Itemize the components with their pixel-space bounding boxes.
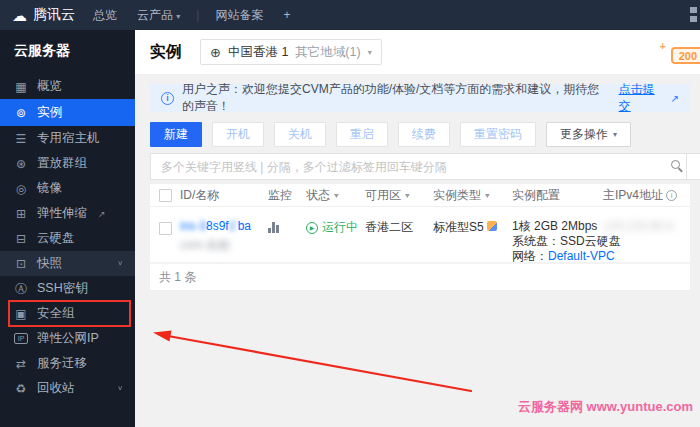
sidebar-item-cloud-disks[interactable]: ⊟ 云硬盘	[0, 226, 135, 251]
instance-type-cell: 标准型S5	[433, 207, 512, 262]
monitor-cell	[268, 207, 306, 262]
brand-name: 腾讯云	[33, 6, 75, 24]
running-status-icon: ▶	[306, 222, 318, 234]
filter-icon[interactable]: ▼	[403, 192, 411, 199]
chevron-down-icon: ▾	[613, 130, 617, 139]
promo-spark-icon	[487, 221, 497, 231]
auto-scaling-icon: ⊞	[14, 208, 28, 220]
images-icon: ◎	[14, 183, 28, 195]
select-all-checkbox[interactable]	[159, 189, 172, 202]
config-cell: 1核 2GB 2Mbps 系统盘：SSD云硬盘 网络：Default-VPC	[512, 207, 603, 262]
notice-banner: i 用户之声：欢迎您提交CVM产品的功能/体验/文档等方面的需求和建议，期待您的…	[150, 84, 690, 112]
chevron-down-icon: ∨	[117, 260, 123, 267]
column-header-instance-type[interactable]: 实例类型▼	[433, 187, 512, 204]
status-cell: ▶运行中	[306, 207, 365, 262]
region-other[interactable]: 其它地域(1)	[295, 44, 360, 61]
banner-text: 用户之声：欢迎您提交CVM产品的功能/体验/文档等方面的需求和建议，期待您的声音…	[182, 81, 609, 115]
reset-password-button[interactable]: 重置密码	[460, 122, 536, 147]
overview-icon: ▦	[14, 81, 28, 93]
sidebar-item-snapshots[interactable]: ⊡ 快照 ∨	[0, 251, 135, 276]
sidebar-item-eip[interactable]: IP 弹性公网IP	[0, 326, 135, 351]
topbar-cutoff-icons[interactable]	[690, 7, 697, 22]
chevron-down-icon: ∨	[117, 385, 123, 392]
sidebar-item-dedicated-hosts[interactable]: ☰ 专用宿主机	[0, 126, 135, 151]
topnav-icp-filing[interactable]: 网站备案	[215, 7, 263, 24]
search-input[interactable]	[150, 153, 690, 180]
column-header-status[interactable]: 状态▼	[306, 187, 365, 204]
column-header-monitor[interactable]: 监控	[268, 187, 306, 204]
sidebar: 云服务器 ▦ 概览 ⊚ 实例 ☰ 专用宿主机 ⊛ 置放群组 ◎ 镜像 ⊞ 弹性伸…	[0, 30, 135, 427]
sidebar-item-placement-groups[interactable]: ⊛ 置放群组	[0, 151, 135, 176]
topnav-divider: |	[196, 8, 199, 22]
status-badge: 运行中	[322, 219, 358, 236]
column-header-ipv4[interactable]: 主IPv4地址i	[603, 187, 690, 204]
chevron-down-icon: ▾	[368, 48, 372, 57]
placement-groups-icon: ⊛	[14, 158, 28, 170]
monitor-chart-icon[interactable]	[268, 222, 279, 233]
page-title: 实例	[150, 42, 182, 63]
topnav: 总览 云产品 ▾ | 网站备案 +	[93, 7, 291, 24]
select-all-cell	[150, 189, 180, 202]
row-select-cell	[150, 207, 180, 262]
instance-table: ID/名称监控状态▼可用区▼实例类型▼实例配置主IPv4地址i ins-38s9…	[150, 184, 690, 290]
instance-id-cell: ins-38s9f1'ba cvm-名称	[180, 207, 268, 262]
filter-icon[interactable]: ▼	[332, 192, 340, 199]
sidebar-item-recycle-bin[interactable]: ♻ 回收站 ∨	[0, 376, 135, 401]
dedicated-hosts-icon: ☰	[14, 133, 28, 145]
topnav-cloud-products[interactable]: 云产品 ▾	[137, 7, 180, 24]
page-header: 实例 ⊕ 中国香港 1 其它地域(1) ▾ 200 + +	[135, 30, 700, 74]
sidebar-item-ssh-keys[interactable]: Ⓐ SSH密钥	[0, 276, 135, 301]
more-actions-button[interactable]: 更多操作 ▾	[546, 122, 631, 147]
restart-button[interactable]: 重启	[336, 122, 388, 147]
shutdown-button[interactable]: 关机	[274, 122, 326, 147]
region-current[interactable]: 中国香港 1	[228, 44, 288, 61]
sidebar-item-instances[interactable]: ⊚ 实例	[0, 99, 135, 126]
main-content: 实例 ⊕ 中国香港 1 其它地域(1) ▾ 200 + + i 用户之声：欢迎您…	[135, 30, 700, 427]
coupon-badge[interactable]: 200 + +	[671, 47, 700, 64]
renew-button[interactable]: 续费	[398, 122, 450, 147]
search-row	[150, 153, 690, 180]
ssh-keys-icon: Ⓐ	[14, 283, 28, 295]
sidebar-item-overview[interactable]: ▦ 概览	[0, 74, 135, 99]
chevron-down-icon: ▾	[176, 12, 180, 21]
column-header-zone[interactable]: 可用区▼	[365, 187, 433, 204]
watermark: 云服务器网 www.yuntue.com	[518, 398, 693, 416]
eip-icon: IP	[14, 333, 28, 344]
region-selector[interactable]: ⊕ 中国香港 1 其它地域(1) ▾	[200, 39, 382, 65]
instance-name-redacted: cvm-名称	[180, 237, 268, 254]
power-on-button[interactable]: 开机	[212, 122, 264, 147]
brand-logo[interactable]: ☁ 腾讯云	[0, 6, 93, 24]
instance-id-link[interactable]: ins-38s9f1'ba	[180, 219, 268, 233]
security-groups-icon: ▣	[14, 308, 28, 320]
topnav-overview[interactable]: 总览	[93, 7, 117, 24]
sidebar-menu: ▦ 概览 ⊚ 实例 ☰ 专用宿主机 ⊛ 置放群组 ◎ 镜像 ⊞ 弹性伸缩 ↗ ⊟…	[0, 74, 135, 401]
total-count: 共 1 条	[159, 269, 196, 286]
column-header-id-name[interactable]: ID/名称	[180, 187, 268, 204]
search-icon[interactable]	[671, 160, 680, 169]
sidebar-title: 云服务器	[0, 30, 135, 72]
globe-icon: ⊕	[210, 46, 221, 59]
table-row[interactable]: ins-38s9f1'ba cvm-名称 ▶运行中 香港二区 标准型S5 1核 …	[150, 207, 690, 263]
cloud-logo-icon: ☁	[12, 8, 27, 23]
banner-submit-link[interactable]: 点击提交	[619, 81, 663, 115]
snapshots-icon: ⊡	[14, 258, 28, 270]
row-checkbox[interactable]	[159, 222, 172, 235]
service-migration-icon: ⇄	[14, 358, 28, 370]
filter-icon[interactable]: ▼	[483, 192, 491, 199]
sparkle-icon: +	[660, 40, 666, 54]
info-icon[interactable]: i	[666, 190, 677, 201]
info-icon: i	[161, 92, 174, 105]
view-toggle-partial[interactable]	[686, 153, 700, 180]
ip-cell: 129.226.88.8	[603, 207, 690, 262]
column-header-config[interactable]: 实例配置	[512, 187, 603, 204]
instances-icon: ⊚	[14, 107, 28, 119]
sidebar-item-auto-scaling[interactable]: ⊞ 弹性伸缩 ↗	[0, 201, 135, 226]
zone-cell: 香港二区	[365, 207, 433, 262]
sidebar-item-images[interactable]: ◎ 镜像	[0, 176, 135, 201]
sidebar-item-security-groups[interactable]: ▣ 安全组	[0, 301, 135, 326]
cloud-disks-icon: ⊟	[14, 233, 28, 245]
sidebar-item-service-migration[interactable]: ⇄ 服务迁移	[0, 351, 135, 376]
create-button[interactable]: 新建	[150, 122, 202, 147]
table-footer: 共 1 条	[150, 263, 690, 290]
topnav-add-tab[interactable]: +	[283, 8, 290, 22]
